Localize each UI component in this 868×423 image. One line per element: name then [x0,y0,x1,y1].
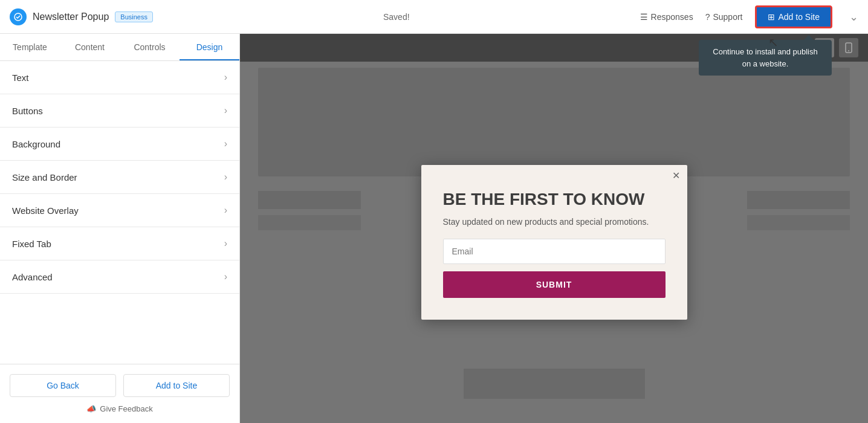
header: Newsletter Popup Business Saved! ☰ Respo… [0,0,868,34]
popup-title: BE THE FIRST TO KNOW [443,189,666,210]
submit-button[interactable]: SUBMIT [443,271,666,298]
tab-design[interactable]: Design [180,34,239,60]
feedback-link[interactable]: 📣 Give Feedback [10,404,230,413]
chevron-right-icon: › [224,105,227,116]
popup-overlay: ✕ BE THE FIRST TO KNOW Stay updated on n… [240,62,868,423]
design-tabs: Template Content Controls Design [0,34,239,61]
responses-link[interactable]: ☰ Responses [640,12,693,22]
popup-close-button[interactable]: ✕ [672,170,680,181]
newsletter-popup: ✕ BE THE FIRST TO KNOW Stay updated on n… [421,165,687,320]
feedback-icon: 📣 [86,404,96,413]
add-to-site-bottom-button[interactable]: Add to Site [123,374,230,397]
mobile-view-icon[interactable] [839,38,858,57]
email-input[interactable] [443,239,666,264]
menu-item-text[interactable]: Text › [0,61,239,94]
content-area: ✕ BE THE FIRST TO KNOW Stay updated on n… [240,34,868,423]
saved-status: Saved! [153,12,640,22]
tab-template[interactable]: Template [0,34,60,60]
tab-controls[interactable]: Controls [120,34,180,60]
sidebar: Template Content Controls Design Text › … [0,34,240,423]
menu-item-fixed-tab[interactable]: Fixed Tab › [0,227,239,260]
help-icon: ? [705,12,710,22]
menu-item-advanced[interactable]: Advanced › [0,260,239,294]
plus-icon: ⊞ [768,12,775,22]
svg-point-5 [848,50,849,51]
header-actions: ☰ Responses ? Support ⊞ Add to Site ⌄ [640,5,858,28]
chevron-right-icon: › [224,138,227,149]
menu-item-size-border[interactable]: Size and Border › [0,161,239,194]
chevron-right-icon: › [224,205,227,216]
chevron-right-icon: › [224,271,227,282]
business-badge: Business [115,11,153,22]
menu-item-website-overlay[interactable]: Website Overlay › [0,194,239,227]
popup-subtitle: Stay updated on new products and special… [443,217,666,227]
logo-icon [10,8,27,25]
chevron-right-icon: › [224,238,227,249]
responses-icon: ☰ [640,12,648,22]
tab-content[interactable]: Content [60,34,120,60]
app-title: Newsletter Popup [33,11,109,22]
sidebar-footer: Go Back Add to Site 📣 Give Feedback [0,364,239,423]
header-logo: Newsletter Popup Business [10,8,153,25]
chevron-right-icon: › [224,72,227,83]
chevron-down-icon[interactable]: ⌄ [849,10,858,24]
popup-content: BE THE FIRST TO KNOW Stay updated on new… [421,165,687,320]
menu-item-buttons[interactable]: Buttons › [0,94,239,128]
go-back-button[interactable]: Go Back [10,374,116,397]
tooltip: Continue to install and publish on a web… [699,40,832,76]
support-link[interactable]: ? Support [705,12,743,22]
footer-buttons: Go Back Add to Site [10,374,230,397]
add-to-site-button[interactable]: ⊞ Add to Site [755,5,833,28]
chevron-right-icon: › [224,172,227,182]
design-menu-list: Text › Buttons › Background › Size and B… [0,61,239,364]
main-layout: Template Content Controls Design Text › … [0,34,868,423]
menu-item-background[interactable]: Background › [0,128,239,161]
